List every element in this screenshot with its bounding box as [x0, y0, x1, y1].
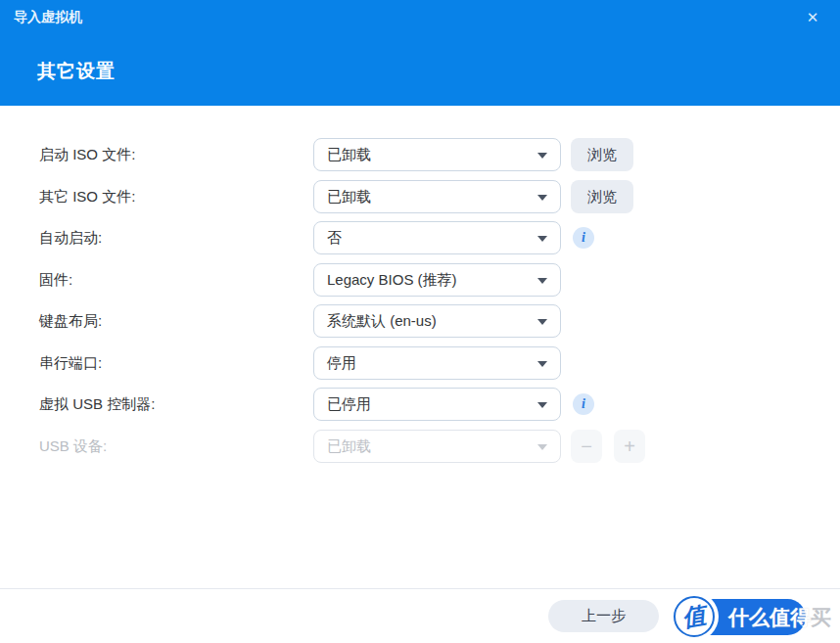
other-iso-select[interactable]: 已卸载 — [313, 180, 561, 213]
chevron-down-icon — [537, 278, 547, 284]
info-icon[interactable]: i — [573, 227, 594, 249]
firmware-value: Legacy BIOS (推荐) — [327, 271, 457, 290]
firmware-select[interactable]: Legacy BIOS (推荐) — [313, 263, 561, 297]
other-iso-browse-button[interactable]: 浏览 — [571, 180, 633, 213]
back-button[interactable]: 上一步 — [548, 600, 659, 632]
chevron-down-icon — [537, 153, 547, 159]
keyboard-select[interactable]: 系统默认 (en-us) — [313, 304, 561, 338]
keyboard-value: 系统默认 (en-us) — [327, 312, 437, 331]
boot-iso-value: 已卸载 — [327, 146, 371, 164]
usb-controller-value: 已停用 — [327, 395, 371, 414]
page-title: 其它设置 — [37, 59, 116, 84]
chevron-down-icon — [537, 236, 547, 242]
import-vm-dialog: 导入虚拟机 ✕ 其它设置 启动 ISO 文件: 已卸载 浏览 其它 ISO 文件… — [0, 0, 840, 643]
form-row-serial-port: 串行端口: 停用 — [0, 346, 840, 380]
form-row-other-iso: 其它 ISO 文件: 已卸载 浏览 — [0, 180, 840, 213]
usb-controller-select[interactable]: 已停用 — [313, 388, 561, 421]
serial-port-select[interactable]: 停用 — [313, 346, 561, 380]
autostart-select[interactable]: 否 — [313, 221, 561, 254]
form-row-keyboard: 键盘布局: 系统默认 (en-us) — [0, 304, 840, 338]
keyboard-label: 键盘布局: — [39, 304, 102, 338]
close-icon[interactable]: ✕ — [801, 6, 824, 29]
plus-icon: + — [624, 431, 635, 462]
usb-device-value: 已卸载 — [327, 437, 371, 456]
dialog-header: 导入虚拟机 ✕ 其它设置 — [0, 0, 840, 106]
serial-port-value: 停用 — [327, 354, 356, 373]
boot-iso-browse-button[interactable]: 浏览 — [571, 138, 633, 171]
chevron-down-icon — [537, 444, 547, 450]
serial-port-label: 串行端口: — [39, 346, 102, 380]
form-row-usb-controller: 虚拟 USB 控制器: 已停用 i — [0, 388, 840, 421]
chevron-down-icon — [537, 319, 547, 325]
remove-usb-device-button[interactable]: − — [571, 430, 602, 463]
firmware-label: 固件: — [39, 263, 72, 297]
form-row-autostart: 自动启动: 否 i — [0, 221, 840, 254]
autostart-label: 自动启动: — [39, 221, 102, 254]
window-title: 导入虚拟机 — [14, 9, 82, 26]
usb-device-select[interactable]: 已卸载 — [313, 430, 561, 463]
usb-controller-label: 虚拟 USB 控制器: — [39, 388, 155, 421]
autostart-value: 否 — [327, 229, 342, 248]
chevron-down-icon — [537, 195, 547, 201]
next-button[interactable] — [672, 599, 806, 635]
usb-device-label: USB 设备: — [39, 430, 107, 463]
footer-divider — [0, 588, 840, 589]
watermark-text-tail: 买 — [811, 606, 831, 628]
other-iso-label: 其它 ISO 文件: — [39, 180, 135, 213]
info-icon[interactable]: i — [573, 393, 594, 415]
minus-icon: − — [581, 431, 592, 462]
chevron-down-icon — [537, 402, 547, 408]
form-row-usb-device: USB 设备: 已卸载 − + — [0, 430, 840, 463]
form-row-firmware: 固件: Legacy BIOS (推荐) — [0, 263, 840, 297]
other-iso-value: 已卸载 — [327, 188, 371, 207]
boot-iso-label: 启动 ISO 文件: — [39, 138, 135, 171]
boot-iso-select[interactable]: 已卸载 — [313, 138, 561, 171]
add-usb-device-button[interactable]: + — [614, 430, 645, 463]
form-row-boot-iso: 启动 ISO 文件: 已卸载 浏览 — [0, 138, 840, 171]
chevron-down-icon — [537, 361, 547, 367]
